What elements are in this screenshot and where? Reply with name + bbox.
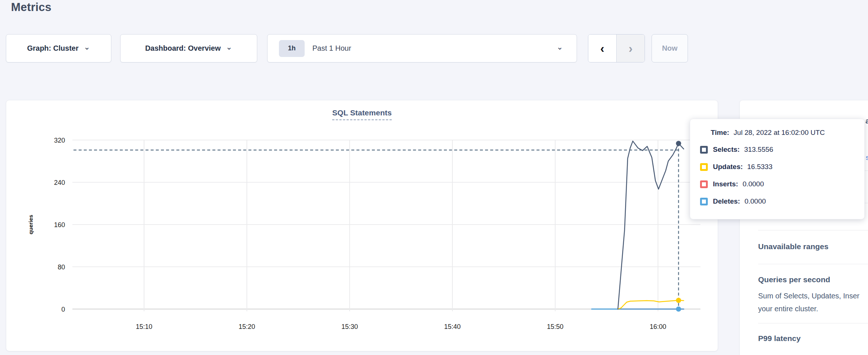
x-tick-label: 15:40 (444, 323, 461, 330)
y-tick-label: 320 (54, 137, 65, 144)
y-tick-label: 240 (54, 179, 65, 186)
x-tick-label: 15:10 (136, 323, 152, 330)
dashboard-dropdown[interactable]: Dashboard: Overview ⌄ (120, 34, 257, 62)
time-step-buttons: ‹ › (588, 34, 645, 62)
sql-statements-chart-card: SQL Statements 08016024032015:1015:2015:… (6, 100, 718, 351)
chevron-down-icon: ⌄ (226, 43, 233, 51)
tooltip-time-value: Jul 28, 2022 at 16:02:00 UTC (734, 129, 825, 137)
selects-line (618, 141, 684, 309)
chevron-left-icon: ‹ (600, 42, 605, 55)
tooltip-time-row: Time: Jul 28, 2022 at 16:02:00 UTC (711, 129, 825, 137)
y-axis-label: queries (28, 215, 34, 234)
chevron-down-icon: ⌄ (84, 43, 90, 51)
page-title: Metrics (11, 1, 51, 14)
sidebar-description-queries-per-second: Sum of Selects, Updates, Inser your enti… (758, 290, 868, 315)
tooltip-series-row: Updates: 16.5333 (700, 163, 772, 171)
sidebar-heading-queries-per-second: Queries per second (758, 275, 830, 284)
clipped-link-fragment[interactable]: s (866, 154, 868, 162)
time-range-dropdown[interactable]: 1h Past 1 Hour ⌄ (267, 34, 577, 62)
tooltip-time-label: Time: (711, 129, 729, 137)
x-tick-label: 15:50 (547, 323, 563, 330)
updates-series-swatch-icon (700, 163, 708, 171)
divider (758, 230, 868, 230)
divider (758, 264, 868, 264)
x-tick-label: 15:30 (341, 323, 358, 330)
next-interval-button[interactable]: › (616, 35, 645, 62)
sidebar-heading-unavailable-ranges: Unavailable ranges (758, 242, 828, 251)
time-range-label: Past 1 Hour (312, 44, 351, 53)
sidebar-heading-p99-latency: P99 latency (758, 334, 801, 343)
tooltip-series-row: Inserts: 0.0000 (700, 180, 764, 188)
inserts-series-swatch-icon (700, 180, 708, 188)
graph-dropdown-label: Graph: Cluster (27, 44, 79, 53)
divider (758, 323, 868, 323)
deletes-series-swatch-icon (700, 198, 708, 205)
y-tick-label: 80 (58, 263, 65, 271)
sql-statements-chart[interactable]: 08016024032015:1015:2015:3015:4015:5016:… (6, 100, 718, 352)
chevron-down-icon: ⌄ (556, 43, 563, 51)
tooltip-series-row: Deletes: 0.0000 (700, 197, 766, 205)
now-button[interactable]: Now (652, 34, 688, 62)
time-range-badge: 1h (279, 40, 305, 57)
updates-line (618, 300, 684, 309)
chevron-right-icon: › (629, 42, 633, 55)
selects-series-swatch-icon (700, 146, 708, 154)
tooltip-series-row: Selects: 313.5556 (700, 146, 773, 154)
graph-dropdown[interactable]: Graph: Cluster ⌄ (6, 34, 111, 62)
y-tick-label: 0 (61, 306, 65, 313)
clipped-heading-fragment: a (865, 116, 868, 125)
updates-hover-dot (676, 298, 681, 303)
previous-interval-button[interactable]: ‹ (588, 35, 616, 62)
selects-hover-dot (676, 141, 681, 146)
chart-hover-tooltip: Time: Jul 28, 2022 at 16:02:00 UTC Selec… (690, 119, 865, 219)
y-tick-label: 160 (54, 221, 65, 229)
x-tick-label: 16:00 (650, 323, 666, 330)
dashboard-dropdown-label: Dashboard: Overview (145, 44, 221, 53)
x-tick-label: 15:20 (238, 323, 255, 330)
deletes-hover-dot (676, 306, 681, 312)
